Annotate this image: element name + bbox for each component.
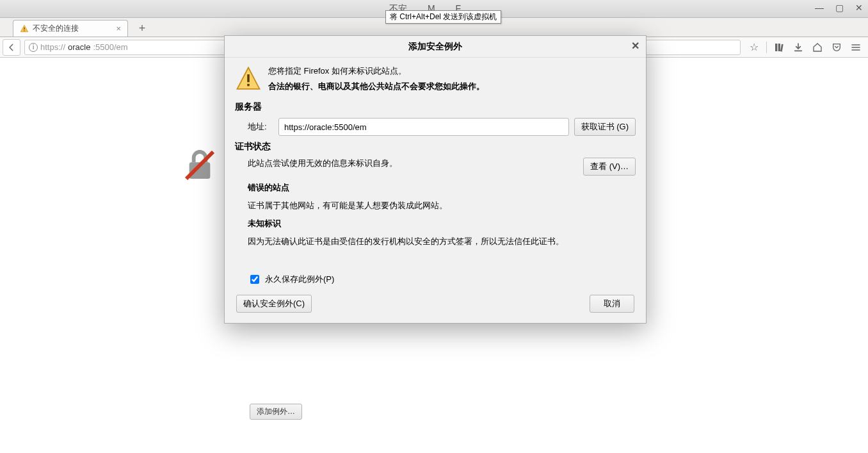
wrong-site-heading: 错误的站点 xyxy=(248,182,636,194)
home-icon[interactable] xyxy=(808,39,827,56)
tab-title: 不安全的连接 xyxy=(33,23,79,34)
back-button[interactable] xyxy=(3,39,20,56)
window-minimize-icon[interactable]: — xyxy=(815,3,824,13)
view-cert-button[interactable]: 查看 (V)… xyxy=(583,158,636,176)
unknown-text: 因为无法确认此证书是由受信任的发行机构以安全的方式签署，所以无法信任此证书。 xyxy=(248,236,636,247)
server-heading: 服务器 xyxy=(235,101,636,113)
page-content: 添加例外… 添加安全例外 ✕ 您将指定 Firefox 如何来标识此站点。 合法… xyxy=(0,58,868,453)
menu-icon[interactable] xyxy=(846,39,865,56)
bookmark-star-icon[interactable]: ☆ xyxy=(744,39,764,56)
browser-tab[interactable]: 不安全的连接 × xyxy=(13,20,128,37)
tab-close-icon[interactable]: × xyxy=(116,24,121,33)
svg-rect-7 xyxy=(247,84,250,86)
insecure-lock-icon xyxy=(182,147,218,183)
permanent-exception-label: 永久保存此例外(P) xyxy=(265,274,334,285)
dialog-close-icon[interactable]: ✕ xyxy=(631,40,639,52)
pocket-icon[interactable] xyxy=(827,39,846,56)
window-close-icon[interactable]: ✕ xyxy=(855,3,863,13)
permanent-exception-checkbox[interactable] xyxy=(250,275,259,284)
new-tab-button[interactable]: + xyxy=(134,21,150,36)
add-exception-button-behind[interactable]: 添加例外… xyxy=(250,404,302,420)
dialog-title: 添加安全例外 xyxy=(408,41,462,53)
download-icon[interactable] xyxy=(789,39,808,56)
url-host: oracle xyxy=(68,42,90,52)
svg-rect-1 xyxy=(24,27,24,29)
unknown-heading: 未知标识 xyxy=(248,218,636,229)
arrow-left-icon xyxy=(7,43,16,52)
cert-status-text: 此站点尝试使用无效的信息来标识自身。 xyxy=(248,158,577,169)
confirm-exception-button[interactable]: 确认安全例外(C) xyxy=(236,295,312,313)
get-certificate-button[interactable]: 获取证书 (G) xyxy=(574,118,636,136)
dialog-titlebar: 添加安全例外 ✕ xyxy=(225,36,646,58)
dialog-msg2: 合法的银行、电商以及其他公共站点不会要求您如此操作。 xyxy=(268,81,485,92)
svg-rect-6 xyxy=(247,74,250,82)
vm-tooltip: 将 Ctrl+Alt+Del 发送到该虚拟机 xyxy=(385,10,501,24)
security-exception-dialog: 添加安全例外 ✕ 您将指定 Firefox 如何来标识此站点。 合法的银行、电商… xyxy=(224,35,647,324)
cancel-button[interactable]: 取消 xyxy=(590,295,634,313)
window-maximize-icon[interactable]: ▢ xyxy=(835,3,844,13)
warning-icon xyxy=(235,65,262,92)
info-icon[interactable]: i xyxy=(29,43,38,52)
svg-rect-2 xyxy=(24,30,24,31)
dialog-msg1: 您将指定 Firefox 如何来标识此站点。 xyxy=(268,65,485,77)
address-input[interactable] xyxy=(278,118,569,136)
address-label: 地址: xyxy=(248,121,273,133)
wrong-site-text: 证书属于其他网站，有可能是某人想要伪装成此网站。 xyxy=(248,200,636,211)
url-path: :5500/em xyxy=(93,42,127,52)
bookmarks-icon[interactable] xyxy=(769,39,789,56)
cert-status-heading: 证书状态 xyxy=(235,141,636,152)
warning-icon xyxy=(20,24,29,33)
url-protocol: https:// xyxy=(40,42,65,52)
